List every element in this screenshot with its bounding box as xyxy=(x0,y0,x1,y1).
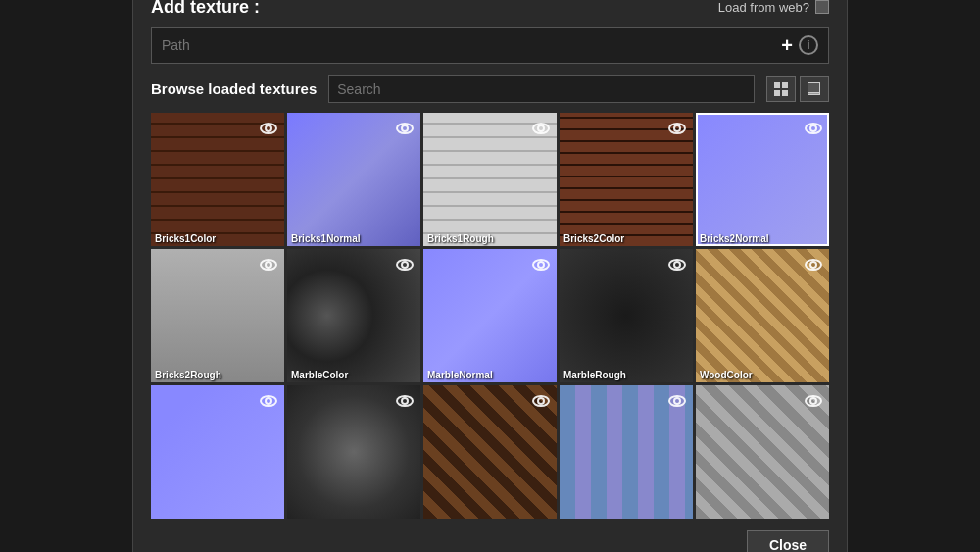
texture-cell-row3e[interactable] xyxy=(696,385,829,519)
search-input[interactable] xyxy=(337,81,509,97)
texture-cell-bricks1rough[interactable]: Bricks1Rough xyxy=(423,113,557,246)
eye-icon-bricks1color xyxy=(257,117,280,140)
eye-icon-marblecolor xyxy=(393,253,416,276)
dialog-header: Add texture : Load from web? xyxy=(151,0,829,18)
load-from-web-label: Load from web? xyxy=(718,0,809,15)
texture-label-bricks1rough: Bricks1Rough xyxy=(427,233,494,244)
search-box[interactable] xyxy=(328,75,755,103)
eye-icon-bricks2normal xyxy=(802,117,825,140)
texture-cell-bricks2color[interactable]: Bricks2Color xyxy=(560,113,693,246)
svg-point-28 xyxy=(266,398,271,404)
eye-icon-marblerough xyxy=(665,253,689,276)
svg-rect-6 xyxy=(808,93,819,94)
dialog-title: Add texture : xyxy=(151,0,260,18)
texture-cell-row3a[interactable] xyxy=(151,385,284,519)
eye-icon-row3a xyxy=(257,389,280,413)
large-grid-view-button[interactable] xyxy=(800,76,829,102)
path-icons: + i xyxy=(781,34,818,57)
texture-cell-row3b[interactable] xyxy=(287,385,420,519)
add-path-button[interactable]: + xyxy=(781,34,793,57)
texture-grid: Bricks1Color Bricks1Normal Bricks1Rough … xyxy=(151,113,829,519)
info-button[interactable]: i xyxy=(799,35,818,55)
texture-cell-bricks1normal[interactable]: Bricks1Normal xyxy=(287,113,420,246)
footer-row: Close xyxy=(151,530,829,553)
texture-label-marblecolor: MarbleColor xyxy=(291,370,348,380)
texture-cell-bricks2rough[interactable]: Bricks2Rough xyxy=(151,249,284,382)
large-grid-icon xyxy=(807,81,822,97)
small-grid-icon xyxy=(773,81,789,97)
svg-point-24 xyxy=(674,262,680,268)
load-from-web-row: Load from web? xyxy=(718,0,829,15)
svg-point-18 xyxy=(266,262,271,268)
svg-point-32 xyxy=(538,398,544,404)
svg-point-22 xyxy=(538,262,544,268)
texture-label-woodcolor: WoodColor xyxy=(700,370,753,380)
eye-icon-row3e xyxy=(802,389,825,413)
texture-label-bricks1normal: Bricks1Normal xyxy=(291,233,361,244)
svg-point-16 xyxy=(810,125,816,131)
path-row: Path + i xyxy=(151,27,829,64)
eye-icon-marblenormal xyxy=(529,253,553,276)
svg-rect-2 xyxy=(774,90,780,96)
eye-icon-bricks2rough xyxy=(257,253,280,276)
eye-icon-row3d xyxy=(665,389,689,413)
texture-cell-marblerough[interactable]: MarbleRough xyxy=(560,249,693,382)
eye-icon-woodcolor xyxy=(802,253,825,276)
eye-icon-bricks1rough xyxy=(529,117,553,140)
texture-label-marblenormal: MarbleNormal xyxy=(427,370,493,380)
svg-point-14 xyxy=(674,125,680,131)
texture-label-bricks2color: Bricks2Color xyxy=(564,233,624,244)
texture-label-marblerough: MarbleRough xyxy=(564,370,626,380)
add-texture-dialog: Add texture : Load from web? Path + i Br… xyxy=(132,0,848,552)
texture-cell-marblecolor[interactable]: MarbleColor xyxy=(287,249,420,382)
small-grid-view-button[interactable] xyxy=(766,76,796,102)
texture-cell-bricks1color[interactable]: Bricks1Color xyxy=(151,113,284,246)
svg-point-36 xyxy=(810,398,816,404)
eye-icon-row3b xyxy=(393,389,416,413)
texture-label-bricks1color: Bricks1Color xyxy=(155,233,216,244)
browse-row: Browse loaded textures xyxy=(151,75,829,103)
view-icons xyxy=(766,76,829,102)
svg-point-34 xyxy=(674,398,680,404)
load-from-web-checkbox[interactable] xyxy=(815,0,829,14)
eye-icon-bricks2color xyxy=(665,117,689,140)
svg-point-30 xyxy=(402,398,408,404)
svg-rect-5 xyxy=(808,83,819,92)
eye-icon-bricks1normal xyxy=(393,117,416,140)
close-button[interactable]: Close xyxy=(747,530,829,553)
texture-cell-bricks2normal[interactable]: Bricks2Normal xyxy=(696,113,829,246)
texture-cell-row3d[interactable] xyxy=(560,385,693,519)
browse-label: Browse loaded textures xyxy=(151,80,317,97)
svg-rect-3 xyxy=(782,90,788,96)
texture-cell-marblenormal[interactable]: MarbleNormal xyxy=(423,249,557,382)
svg-point-26 xyxy=(810,262,816,268)
svg-rect-1 xyxy=(782,82,788,88)
svg-rect-0 xyxy=(774,82,780,88)
texture-label-bricks2normal: Bricks2Normal xyxy=(700,233,769,244)
eye-icon-row3c xyxy=(529,389,553,413)
svg-point-8 xyxy=(266,125,271,131)
svg-point-12 xyxy=(538,125,544,131)
svg-point-10 xyxy=(402,125,408,131)
texture-cell-row3c[interactable] xyxy=(423,385,557,519)
texture-cell-woodcolor[interactable]: WoodColor xyxy=(696,249,829,382)
svg-point-20 xyxy=(402,262,408,268)
path-input-placeholder[interactable]: Path xyxy=(162,37,773,53)
texture-label-bricks2rough: Bricks2Rough xyxy=(155,370,221,380)
